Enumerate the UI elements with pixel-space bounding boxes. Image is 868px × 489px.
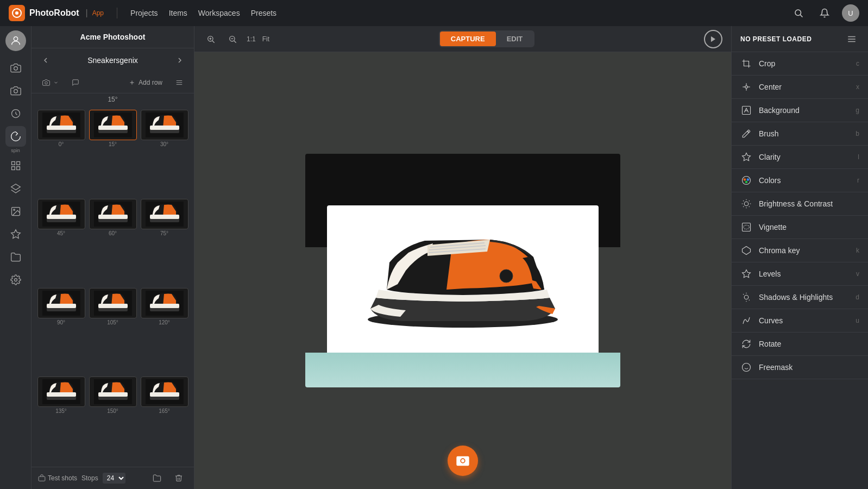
zoom-out-btn[interactable]	[225, 32, 240, 47]
prev-btn[interactable]	[38, 53, 53, 68]
add-row-btn[interactable]: Add row	[124, 77, 167, 89]
menu-item-clarity[interactable]: Clarity l	[732, 146, 868, 169]
svg-point-73	[461, 459, 464, 462]
sneaker-image	[338, 197, 588, 349]
sidebar-menu-btn[interactable]	[844, 32, 859, 47]
trash-icon-btn[interactable]	[170, 472, 187, 485]
menu-item-label: Rotate	[759, 340, 853, 348]
menu-item-freemask[interactable]: Freemask	[732, 356, 868, 379]
background-icon	[740, 104, 752, 116]
thumbnail-item[interactable]: 45°	[37, 199, 85, 285]
curves-icon	[740, 315, 752, 327]
menu-item-chroma[interactable]: Chroma key k	[732, 239, 868, 262]
menu-item-crop[interactable]: Crop c	[732, 52, 868, 76]
center-toolbar: 1:1 Fit CAPTURE EDIT	[194, 26, 731, 52]
sidebar-camera2-btn[interactable]	[5, 80, 26, 101]
sidebar-star-btn[interactable]	[5, 224, 26, 244]
sidebar-folder-btn[interactable]	[5, 247, 26, 267]
menu-item-label: Curves	[759, 316, 849, 325]
nav-items-link[interactable]: Items	[169, 9, 187, 17]
thumbnail-item[interactable]: 135°	[37, 377, 85, 462]
sidebar-avatar[interactable]	[5, 30, 26, 51]
svg-point-72	[500, 269, 513, 283]
stops-select[interactable]: 24 12 8	[103, 473, 125, 484]
capture-button[interactable]	[448, 446, 478, 476]
svg-point-6	[14, 90, 17, 93]
svg-rect-46	[150, 392, 179, 397]
nav-workspaces[interactable]: Workspaces	[198, 9, 240, 17]
dropdown-menu: Crop c Center x Background g Brush b Cla…	[732, 52, 868, 489]
menu-item-vignette[interactable]: Vignette	[732, 216, 868, 239]
user-avatar[interactable]: U	[842, 4, 859, 22]
right-sidebar: NO PRESET LOADED All folders + Add	[731, 26, 868, 489]
menu-item-brush[interactable]: Brush b	[732, 122, 868, 146]
svg-point-87	[744, 178, 746, 181]
thumbnail-item[interactable]: 30°	[140, 110, 188, 196]
sidebar-image-btn[interactable]	[5, 201, 26, 222]
svg-line-98	[749, 200, 750, 201]
thumbnail-item[interactable]: 150°	[89, 377, 137, 462]
thumbnail-item[interactable]: 165°	[140, 377, 188, 462]
menu-item-colors[interactable]: Colors r	[732, 169, 868, 192]
crop-icon	[740, 58, 752, 70]
thumbnail-item[interactable]: 120°	[140, 288, 188, 374]
svg-rect-40	[150, 304, 179, 308]
svg-line-106	[743, 294, 744, 294]
menu-item-levels[interactable]: Levels v	[732, 262, 868, 286]
sidebar-circle-btn[interactable]	[5, 103, 26, 124]
folder-icon-btn[interactable]	[148, 472, 166, 485]
sidebar-settings-btn[interactable]	[5, 269, 26, 290]
svg-point-1	[15, 11, 18, 15]
menu-item-curves[interactable]: Curves u	[732, 309, 868, 333]
add-row-label: Add row	[139, 79, 162, 86]
menu-item-shortcut: l	[858, 153, 859, 161]
next-btn[interactable]	[172, 53, 187, 68]
thumbnail-item[interactable]: 0°	[37, 110, 85, 196]
menu-item-label: Shadows & Highlights	[759, 293, 849, 302]
menu-item-shortcut: u	[856, 317, 859, 324]
sidebar-layers-btn[interactable]	[5, 178, 26, 199]
capture-tab[interactable]: CAPTURE	[440, 32, 496, 46]
svg-rect-34	[150, 215, 179, 219]
thumbnail-item[interactable]: 60°	[89, 199, 137, 285]
nav-divider	[117, 8, 117, 18]
svg-line-3	[800, 15, 802, 17]
svg-rect-24	[47, 126, 76, 130]
svg-point-4	[14, 37, 17, 41]
thumbnail-item[interactable]: 75°	[140, 199, 188, 285]
camera-mode-btn[interactable]	[38, 77, 63, 89]
zoom-in-btn[interactable]	[203, 32, 218, 47]
sidebar-spin-btn[interactable]	[5, 126, 26, 147]
edit-tab[interactable]: EDIT	[496, 32, 534, 46]
sidebar-camera-btn[interactable]	[5, 58, 26, 78]
nav-presets[interactable]: Presets	[251, 9, 276, 17]
thumbnail-item[interactable]: 15°	[89, 110, 137, 196]
fit-label[interactable]: Fit	[262, 35, 269, 43]
shadows-icon	[740, 291, 752, 303]
menu-item-label: Chroma key	[759, 246, 850, 255]
svg-line-94	[749, 206, 750, 207]
svg-marker-12	[11, 184, 20, 190]
angle-label: 15°	[32, 93, 194, 105]
menu-item-shadows[interactable]: Shadows & Highlights d	[732, 286, 868, 309]
menu-item-center[interactable]: Center x	[732, 76, 868, 99]
thumbnail-label: 120°	[159, 319, 170, 325]
thumbnail-item[interactable]: 105°	[89, 288, 137, 374]
search-button[interactable]	[790, 4, 807, 22]
svg-point-17	[45, 82, 48, 84]
thumbnail-label: 30°	[160, 141, 168, 147]
sort-btn[interactable]	[171, 77, 187, 89]
test-shots-label: Test shots	[38, 474, 77, 482]
play-btn[interactable]	[704, 30, 722, 48]
menu-item-brightness[interactable]: Brightness & Contrast	[732, 192, 868, 216]
sidebar-grid-btn[interactable]	[5, 155, 26, 176]
brush-icon	[740, 128, 752, 140]
comment-btn[interactable]	[67, 77, 84, 89]
notifications-button[interactable]	[816, 4, 833, 22]
nav-projects[interactable]: Projects	[130, 9, 158, 17]
menu-item-rotate[interactable]: Rotate	[732, 333, 868, 356]
menu-item-label: Clarity	[759, 153, 851, 161]
menu-item-label: Background	[759, 106, 849, 115]
thumbnail-item[interactable]: 90°	[37, 288, 85, 374]
menu-item-background[interactable]: Background g	[732, 99, 868, 122]
